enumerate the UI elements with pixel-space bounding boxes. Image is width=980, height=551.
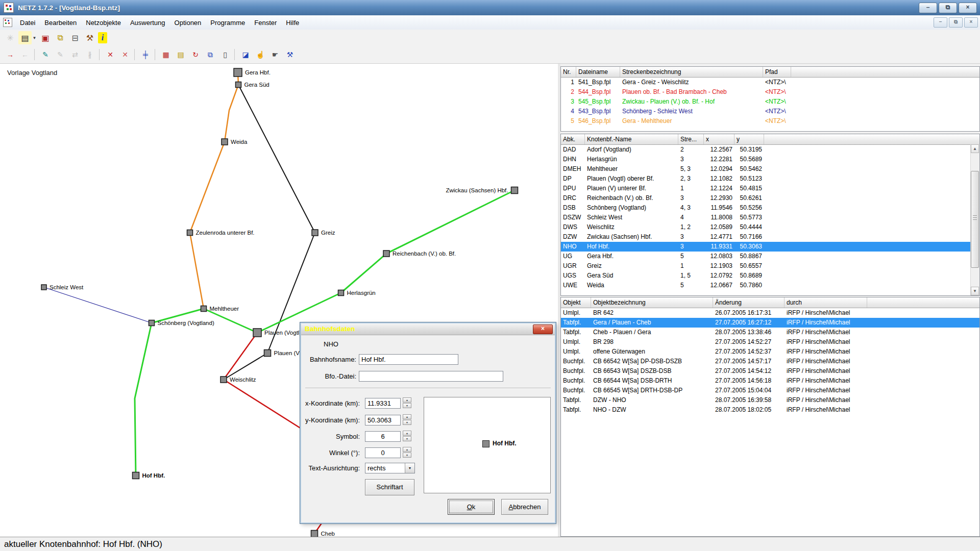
- object-row[interactable]: Tabfpl.Gera / Plauen - Cheb27.07.2005 16…: [561, 318, 979, 328]
- schriftart-button[interactable]: Schriftart: [365, 479, 414, 495]
- scroll-up-icon[interactable]: ▲: [971, 144, 979, 153]
- station-row[interactable]: UGSGera Süd1, 512.079250.8689: [561, 271, 971, 281]
- menu-fenster[interactable]: Fenster: [250, 17, 281, 29]
- station-row[interactable]: DADAdorf (Vogtland)212.256750.3195: [561, 145, 971, 155]
- object-row[interactable]: Buchfpl.CB 66542 W[Sa] DP-DSB-DSZB27.07.…: [561, 357, 979, 366]
- column-header-3[interactable]: Änderung: [713, 297, 785, 308]
- station-row[interactable]: DPPlauen (Vogtl) oberer Bf.2, 312.108250…: [561, 174, 971, 184]
- bahnhofsname-input[interactable]: [359, 354, 458, 365]
- station-row[interactable]: UWEWeida512.066750.7860: [561, 281, 971, 290]
- hand-edit-icon[interactable]: ☛: [268, 48, 282, 61]
- file-row[interactable]: 3545_Bsp.fplZwickau - Plauen (V.) ob. Bf…: [561, 97, 979, 107]
- column-header-2[interactable]: Objektbezeichnung: [591, 297, 713, 308]
- edit-notepad-icon[interactable]: ✎: [39, 48, 52, 61]
- symbol-stepper[interactable]: ▲▼: [403, 431, 412, 442]
- object-row[interactable]: Tabfpl.NHO - DZW28.07.2005 18:02:05iRFP …: [561, 405, 979, 415]
- child-close-button[interactable]: ×: [964, 17, 978, 28]
- object-row[interactable]: Umlpl.offene Güterwagen27.07.2005 14:52:…: [561, 347, 979, 357]
- remove-station-icon[interactable]: ←: [18, 48, 32, 61]
- symbol-input[interactable]: [365, 431, 401, 442]
- menu-optionen[interactable]: Optionen: [170, 17, 206, 29]
- file-row[interactable]: 1541_Bsp.fplGera - Greiz - Weischlitz<NT…: [561, 78, 979, 87]
- y-koordinate-input[interactable]: [365, 415, 401, 425]
- station-row[interactable]: UGGera Hbf.512.080350.8867: [561, 252, 971, 261]
- y-koordinate-stepper[interactable]: ▲▼: [403, 414, 412, 425]
- station-node-DPU[interactable]: [264, 350, 271, 357]
- column-header-1[interactable]: Abk.: [561, 134, 585, 144]
- draw-route-icon[interactable]: ✎: [54, 48, 67, 61]
- new-network-icon[interactable]: ✳: [4, 31, 17, 44]
- menu-auswertung[interactable]: Auswertung: [126, 17, 170, 29]
- object-row[interactable]: Buchfpl.CB 66545 W[Sa] DRTH-DSB-DP27.07.…: [561, 386, 979, 395]
- stations-scrollbar[interactable]: ▲▼: [970, 144, 979, 295]
- station-row[interactable]: DSZWSchleiz West411.800850.5773: [561, 213, 971, 222]
- file-row[interactable]: 2544_Bsp.fplPlauen ob. Bf. - Bad Brambac…: [561, 87, 979, 97]
- station-row[interactable]: NHOHof Hbf.311.933150.3063: [561, 242, 971, 252]
- restore-button[interactable]: ⧉: [939, 3, 957, 13]
- timetable-edit-icon[interactable]: ▤: [174, 48, 187, 61]
- minimize-button[interactable]: –: [919, 3, 937, 13]
- menu-hilfe[interactable]: Hilfe: [281, 17, 304, 29]
- abbrechen-button[interactable]: Abbrechen: [501, 499, 548, 515]
- timetable-icon[interactable]: ▦: [159, 48, 173, 61]
- split-view-icon[interactable]: ∦: [83, 48, 96, 61]
- station-node-UG[interactable]: [234, 68, 242, 77]
- menu-bearbeiten[interactable]: Bearbeiten: [40, 17, 81, 29]
- ok-button[interactable]: Ok: [448, 499, 495, 515]
- station-row[interactable]: DZWZwickau (Sachsen) Hbf.312.477150.7166: [561, 232, 971, 242]
- delete-trash-icon[interactable]: ▯: [218, 48, 232, 61]
- child-restore-button[interactable]: ⧉: [949, 17, 963, 28]
- station-node-UGS[interactable]: [236, 82, 241, 88]
- station-node-DSB[interactable]: [149, 320, 155, 326]
- station-node-DWS[interactable]: [220, 377, 227, 383]
- refresh-icon[interactable]: ↻: [189, 48, 202, 61]
- scrollbar-thumb[interactable]: [971, 171, 979, 268]
- station-row[interactable]: DHNHerlasgrün312.228150.5689: [561, 155, 971, 164]
- station-row[interactable]: DMEHMehltheuer5, 312.029450.5462: [561, 164, 971, 174]
- copy-icon[interactable]: ⧉: [54, 31, 67, 44]
- hand-select-icon[interactable]: ☝: [254, 48, 267, 61]
- station-node-DZW[interactable]: [511, 187, 518, 194]
- open-network-icon[interactable]: ▤: [18, 31, 32, 44]
- close-button[interactable]: ×: [959, 3, 977, 13]
- column-header-1[interactable]: Objekt: [561, 297, 591, 308]
- add-station-icon[interactable]: →: [4, 48, 17, 61]
- dialog-close-icon[interactable]: ×: [533, 324, 553, 334]
- station-node-ZEU[interactable]: [187, 230, 193, 236]
- open-dropdown-arrow[interactable]: ▼: [32, 31, 37, 44]
- station-node-DP[interactable]: [253, 329, 261, 337]
- menu-netzobjekte[interactable]: Netzobjekte: [81, 17, 126, 29]
- station-node-UGR[interactable]: [312, 230, 318, 236]
- column-header-4[interactable]: x: [704, 134, 734, 144]
- column-header-2[interactable]: Dateiname: [576, 67, 620, 77]
- station-node-DSZW[interactable]: [41, 285, 46, 290]
- station-row[interactable]: DWSWeischlitz1, 212.058950.4444: [561, 222, 971, 232]
- info-icon[interactable]: i: [98, 32, 107, 43]
- column-header-3[interactable]: Stre...: [678, 134, 704, 144]
- object-row[interactable]: Umlpl.BR 29827.07.2005 14:52:27iRFP / Hi…: [561, 337, 979, 347]
- object-row[interactable]: Buchfpl.CB 66544 W[Sa] DSB-DRTH27.07.200…: [561, 376, 979, 386]
- object-row[interactable]: Tabfpl.DZW - NHO28.07.2005 16:39:58iRFP …: [561, 395, 979, 405]
- tools-icon[interactable]: ⚒: [283, 48, 297, 61]
- track-ruler-icon[interactable]: ╪: [139, 48, 152, 61]
- menu-programme[interactable]: Programme: [206, 17, 250, 29]
- station-row[interactable]: UGRGreiz112.190350.6557: [561, 261, 971, 271]
- object-row[interactable]: Umlpl.BR 64226.07.2005 16:17:31iRFP / Hi…: [561, 308, 979, 318]
- file-row[interactable]: 5546_Bsp.fplGera - Mehltheuer<NTZ>\: [561, 116, 979, 126]
- winkel-input[interactable]: [365, 447, 401, 458]
- winkel-stepper[interactable]: ▲▼: [403, 447, 412, 458]
- column-header-2[interactable]: Knotenbf.-Name: [585, 134, 678, 144]
- object-row[interactable]: Buchfpl.CB 66543 W[Sa] DSZB-DSB27.07.200…: [561, 366, 979, 376]
- station-row[interactable]: DPUPlauen (V) unterer Bf.112.122450.4815: [561, 184, 971, 193]
- text-ausrichtung-select[interactable]: rechts ▼: [365, 463, 415, 473]
- station-node-DRC[interactable]: [383, 251, 389, 257]
- scroll-down-icon[interactable]: ▼: [971, 287, 979, 295]
- station-row[interactable]: DRCReichenbach (V.) ob. Bf.312.293050.62…: [561, 193, 971, 203]
- x-koordinate-stepper[interactable]: ▲▼: [403, 397, 412, 409]
- station-row[interactable]: DSBSchönberg (Vogtland)4, 311.954650.525…: [561, 203, 971, 213]
- save-network-icon[interactable]: ▣: [39, 31, 52, 44]
- file-row[interactable]: 4543_Bsp.fplSchönberg - Schleiz West<NTZ…: [561, 107, 979, 116]
- column-header-4[interactable]: durch: [785, 297, 867, 308]
- unlink-route-icon[interactable]: ✕: [118, 48, 132, 61]
- station-node-DMEH[interactable]: [201, 306, 207, 312]
